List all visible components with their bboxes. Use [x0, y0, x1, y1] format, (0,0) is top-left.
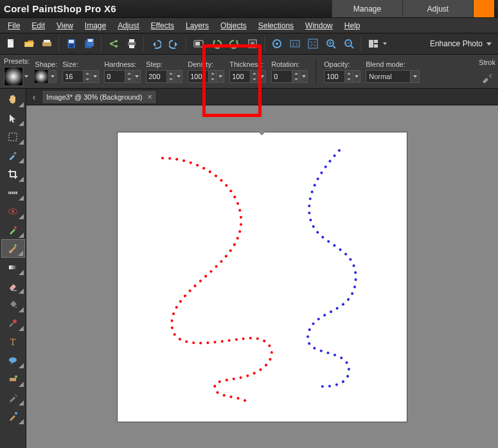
tablet-mode-button[interactable]: [190, 36, 206, 52]
pick-tool[interactable]: [1, 109, 25, 127]
menu-help[interactable]: Help: [339, 19, 366, 32]
canvas[interactable]: [118, 132, 407, 422]
step-spinner[interactable]: [167, 70, 175, 83]
save-all-button[interactable]: [81, 36, 97, 52]
speech-bubble-tool[interactable]: [1, 351, 25, 370]
menu-layers[interactable]: Layers: [181, 19, 214, 32]
blend-mode-select[interactable]: Normal: [366, 70, 411, 83]
retouch-brush-tool[interactable]: [1, 314, 25, 332]
zoom-in-button[interactable]: [323, 36, 339, 52]
airbrush-toggle-icon[interactable]: [481, 73, 493, 84]
tab-manage[interactable]: Manage: [332, 0, 402, 17]
preset-swatch[interactable]: [4, 67, 23, 86]
svg-rect-38: [374, 44, 378, 48]
svg-rect-5: [69, 40, 74, 43]
paint-brush-tool[interactable]: [1, 239, 25, 258]
svg-rect-14: [129, 39, 134, 42]
opacity-input[interactable]: 100: [324, 70, 345, 83]
selection-tool[interactable]: [1, 127, 25, 146]
menu-file[interactable]: File: [3, 19, 25, 32]
save-button[interactable]: [63, 36, 79, 52]
text-tool[interactable]: T: [1, 332, 25, 351]
brush-shape-thumb[interactable]: [35, 70, 48, 83]
new-file-button[interactable]: [3, 36, 19, 52]
step-drop[interactable]: [175, 70, 182, 83]
canvas-viewport[interactable]: [26, 105, 498, 448]
opacity-drop[interactable]: [353, 70, 360, 83]
eraser-tool[interactable]: [1, 276, 25, 295]
hardness-drop[interactable]: [133, 70, 141, 83]
dropper-tool[interactable]: [1, 146, 25, 165]
menu-objects[interactable]: Objects: [215, 19, 252, 32]
size-input[interactable]: 16: [62, 70, 84, 83]
share-button[interactable]: [105, 36, 121, 52]
step-input[interactable]: 200: [146, 70, 167, 83]
flood-fill-tool[interactable]: [1, 295, 25, 314]
shape-label: Shape:: [35, 60, 57, 68]
scanner-button[interactable]: [39, 36, 55, 52]
chevron-down-icon: [486, 42, 492, 46]
open-file-button[interactable]: [21, 36, 37, 52]
svg-point-55: [13, 319, 17, 323]
windows-layout-drop-icon[interactable]: [383, 42, 387, 45]
hardness-input[interactable]: 0: [104, 70, 125, 83]
tab-adjust[interactable]: Adjust: [402, 0, 473, 17]
menu-adjust[interactable]: Adjust: [112, 19, 144, 32]
enhance-photo-menu[interactable]: Enhance Photo: [426, 39, 495, 48]
svg-rect-37: [374, 40, 378, 43]
menu-bar: File Edit View Image Adjust Effects Laye…: [0, 18, 498, 33]
hardness-spinner[interactable]: [125, 70, 133, 83]
menu-selections[interactable]: Selections: [253, 19, 299, 32]
document-tab[interactable]: Image3* @ 30% (Background) ×: [42, 90, 157, 104]
rotation-spinner[interactable]: [292, 70, 300, 83]
blend-mode-drop[interactable]: [411, 70, 420, 83]
density-drop[interactable]: [217, 70, 224, 83]
picture-tube-tool[interactable]: [1, 370, 25, 388]
oil-brush-tool[interactable]: [1, 407, 25, 426]
warp-brush-tool[interactable]: [1, 388, 25, 407]
svg-rect-2: [42, 42, 51, 46]
menu-edit[interactable]: Edit: [26, 19, 50, 32]
launch-camera-raw-button[interactable]: [269, 36, 285, 52]
gradient-tool[interactable]: [1, 258, 25, 276]
preset-drop-icon[interactable]: [24, 75, 28, 78]
actual-size-button[interactable]: 1:1: [287, 36, 303, 52]
density-spinner[interactable]: [209, 70, 217, 83]
close-doc-icon[interactable]: ×: [147, 93, 152, 101]
red-eye-tool[interactable]: [1, 202, 25, 220]
redo-history-button[interactable]: [226, 36, 242, 52]
brush-shape-drop[interactable]: [49, 70, 57, 83]
menu-effects[interactable]: Effects: [146, 19, 179, 32]
windows-layout-button[interactable]: [365, 36, 381, 52]
hardness-label: Hardness:: [104, 60, 141, 68]
opacity-spinner[interactable]: [345, 70, 353, 83]
rotation-drop[interactable]: [300, 70, 308, 83]
redo-button[interactable]: [166, 36, 182, 52]
thickness-input[interactable]: 100: [229, 70, 251, 83]
straighten-tool[interactable]: [1, 183, 25, 202]
thickness-spinner[interactable]: [251, 70, 258, 83]
print-button[interactable]: [123, 36, 139, 52]
size-spinner[interactable]: [84, 70, 91, 83]
crop-tool[interactable]: [1, 165, 25, 183]
resize-canvas-button[interactable]: [244, 36, 260, 52]
makeover-tool[interactable]: [1, 220, 25, 239]
tab-edit-stripe[interactable]: [473, 0, 494, 17]
pan-tool[interactable]: [1, 90, 25, 109]
prev-doc-arrow[interactable]: ‹: [26, 89, 42, 105]
zoom-out-button[interactable]: [341, 36, 357, 52]
svg-rect-36: [369, 40, 373, 48]
rotation-input[interactable]: 0: [271, 70, 292, 83]
menu-image[interactable]: Image: [80, 19, 111, 32]
undo-button[interactable]: [148, 36, 164, 52]
fit-window-button[interactable]: [305, 36, 321, 52]
menu-window[interactable]: Window: [300, 19, 338, 32]
menu-view[interactable]: View: [51, 19, 78, 32]
step-label: Step:: [146, 60, 182, 68]
undo-history-button[interactable]: [208, 36, 224, 52]
size-drop[interactable]: [91, 70, 99, 83]
density-input[interactable]: 100: [188, 70, 209, 83]
thickness-drop[interactable]: [258, 70, 266, 83]
svg-rect-44: [13, 151, 17, 154]
svg-rect-28: [308, 39, 317, 48]
